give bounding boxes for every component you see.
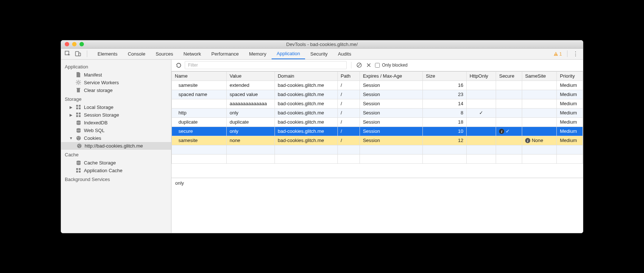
only-blocked-input[interactable]	[375, 63, 380, 68]
sidebar-item-cookies[interactable]: ▼Cookies	[61, 134, 171, 142]
tab-security[interactable]: Security	[305, 48, 333, 59]
svg-line-12	[80, 81, 81, 81]
sidebar-item-local-storage[interactable]: ▶Local Storage	[61, 103, 171, 111]
sidebar-item-clear-storage[interactable]: Clear storage	[61, 86, 171, 94]
svg-rect-4	[556, 54, 556, 55]
col-expires-max-age[interactable]: Expires / Max-Age	[360, 71, 423, 81]
col-name[interactable]: Name	[172, 71, 227, 81]
svg-point-36	[77, 143, 81, 148]
grid-icon	[76, 113, 81, 117]
tab-memory[interactable]: Memory	[244, 48, 272, 59]
sidebar-item-manifest[interactable]: Manifest	[61, 71, 171, 79]
grid-icon	[76, 168, 81, 173]
table-row[interactable]: aaaaaaaaaaaaaabad-cookies.glitch.me/Sess…	[172, 99, 583, 108]
svg-point-38	[79, 145, 80, 145]
col-httponly[interactable]: HttpOnly	[466, 71, 496, 81]
col-size[interactable]: Size	[423, 71, 467, 81]
filter-input[interactable]	[185, 61, 347, 69]
cookie-detail-pane: only	[171, 178, 583, 233]
sidebar-item-service-workers[interactable]: Service Workers	[61, 79, 171, 86]
sidebar-item-session-storage[interactable]: ▶Session Storage	[61, 111, 171, 119]
tab-elements[interactable]: Elements	[92, 48, 123, 59]
table-row[interactable]: spaced namespaced valuebad-cookies.glitc…	[172, 90, 583, 99]
tab-audits[interactable]: Audits	[333, 48, 356, 59]
cell-name: samesite	[172, 136, 227, 145]
sidebar-item-application-cache[interactable]: Application Cache	[61, 167, 171, 174]
cell-domain: bad-cookies.glitch.me	[275, 81, 337, 90]
svg-point-35	[78, 139, 79, 139]
tab-performance[interactable]: Performance	[206, 48, 244, 59]
svg-point-31	[77, 130, 81, 131]
cell-priority: Medium	[557, 127, 583, 136]
cell-domain: bad-cookies.glitch.me	[275, 99, 337, 108]
cookies-table[interactable]: NameValueDomainPathExpires / Max-AgeSize…	[171, 71, 583, 164]
cell-priority: Medium	[557, 81, 583, 90]
cookies-toolbar: Only blocked	[171, 60, 583, 71]
sidebar-item-indexeddb[interactable]: IndexedDB	[61, 119, 171, 127]
cell-value: only	[226, 127, 275, 136]
svg-point-39	[79, 146, 80, 147]
col-secure[interactable]: Secure	[496, 71, 522, 81]
only-blocked-checkbox[interactable]: Only blocked	[375, 63, 407, 68]
svg-point-34	[79, 137, 79, 138]
cell-expires: Session	[360, 90, 423, 99]
sidebar-section-storage: Storage	[61, 94, 171, 103]
table-row[interactable]: httponlybad-cookies.glitch.me/Session8✓M…	[172, 108, 583, 117]
cell-httponly	[466, 117, 496, 127]
disclosure-triangle-icon: ▶	[69, 113, 73, 117]
sidebar-item-label: Local Storage	[84, 104, 113, 110]
file-icon	[76, 72, 81, 77]
sidebar-section-application: Application	[61, 62, 171, 71]
table-row[interactable]: samesiteextendedbad-cookies.glitch.me/Se…	[172, 81, 583, 90]
svg-rect-14	[77, 89, 80, 92]
sidebar-item-cookie-origin[interactable]: http://bad-cookies.glitch.me	[61, 142, 171, 150]
refresh-icon[interactable]	[175, 62, 182, 68]
sidebar-item-cache-storage[interactable]: Cache Storage	[61, 159, 171, 167]
col-path[interactable]: Path	[337, 71, 360, 81]
col-priority[interactable]: Priority	[557, 71, 583, 81]
tab-network[interactable]: Network	[178, 48, 206, 59]
db-icon	[76, 128, 81, 133]
cell-size: 14	[423, 99, 467, 108]
tab-application[interactable]: Application	[272, 48, 305, 59]
panel-tabbar: ElementsConsoleSourcesNetworkPerformance…	[61, 49, 583, 60]
cell-name: spaced name	[172, 90, 227, 99]
device-toolbar-icon[interactable]	[75, 51, 81, 57]
cell-value: none	[226, 136, 275, 145]
cell-priority: Medium	[557, 99, 583, 108]
cell-priority: Medium	[557, 136, 583, 145]
table-row-empty[interactable]	[172, 154, 583, 163]
tab-console[interactable]: Console	[123, 48, 151, 59]
table-row[interactable]: samesitenonebad-cookies.glitch.me/Sessio…	[172, 136, 583, 145]
sidebar-item-web-sql[interactable]: Web SQL	[61, 127, 171, 134]
svg-rect-1	[75, 52, 79, 56]
cell-size: 16	[423, 81, 467, 90]
cell-samesite: iNone	[522, 136, 557, 145]
cell-expires: Session	[360, 117, 423, 127]
table-row-empty[interactable]	[172, 145, 583, 154]
cell-samesite	[522, 90, 557, 99]
sidebar-item-label: Service Workers	[84, 80, 119, 85]
clear-all-icon[interactable]	[356, 62, 362, 68]
col-domain[interactable]: Domain	[275, 71, 337, 81]
trash-icon	[76, 88, 81, 93]
tab-sources[interactable]: Sources	[151, 48, 178, 59]
table-row[interactable]: duplicateduplicatebad-cookies.glitch.me/…	[172, 117, 583, 127]
svg-rect-17	[79, 105, 81, 107]
col-samesite[interactable]: SameSite	[522, 71, 557, 81]
cell-value: aaaaaaaaaaaaaa	[226, 99, 275, 108]
more-menu-icon[interactable]: ⋮	[573, 50, 578, 57]
inspect-element-icon[interactable]	[65, 51, 71, 57]
cell-name: duplicate	[172, 117, 227, 127]
col-value[interactable]: Value	[226, 71, 275, 81]
svg-line-13	[77, 84, 77, 85]
disclosure-triangle-icon: ▶	[69, 105, 73, 109]
cell-value: extended	[226, 81, 275, 90]
svg-point-42	[77, 163, 81, 165]
table-row[interactable]: secureonlybad-cookies.glitch.me/Session1…	[172, 127, 583, 136]
delete-selected-icon[interactable]	[365, 62, 372, 68]
svg-rect-46	[76, 171, 78, 173]
db-icon	[76, 120, 81, 125]
warnings-indicator[interactable]: 1	[553, 51, 562, 57]
cell-secure	[496, 117, 522, 127]
